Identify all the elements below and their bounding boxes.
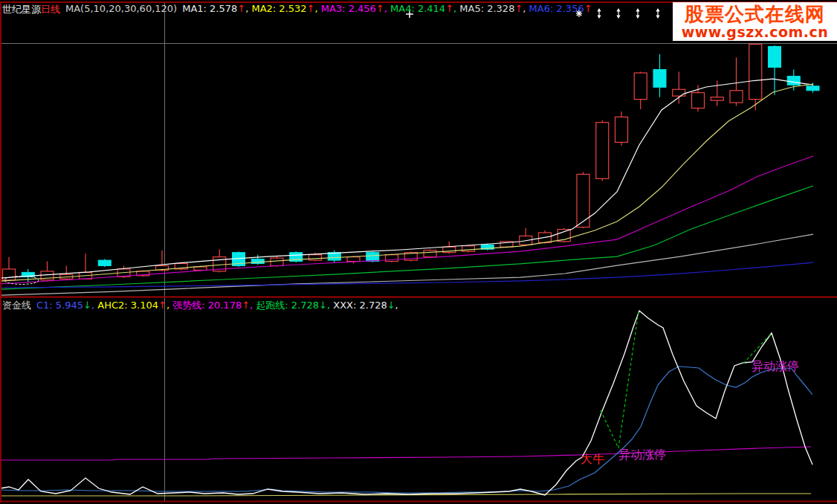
candle-down (769, 46, 781, 67)
blue-fund-line (0, 366, 812, 493)
separator: , (314, 3, 320, 14)
candle-up (692, 93, 705, 109)
candle-down (653, 70, 666, 88)
candle-up (634, 73, 647, 100)
stock-chart-canvas[interactable] (0, 0, 837, 504)
up-arrow-icon: ↑ (376, 3, 384, 14)
updown-marker-icon (656, 8, 659, 19)
candle-up (462, 246, 475, 251)
annotation-yidong-1: 异动涨停 (618, 448, 666, 461)
annotation-daniu: 大牛 (581, 453, 604, 465)
up-arrow-icon: ↑ (237, 3, 245, 14)
indicator-value: MA1: 2.578 (182, 3, 237, 14)
up-arrow-icon: ↑ (514, 3, 523, 14)
candle-up (711, 97, 723, 100)
down-arrow-icon: ↓ (83, 300, 91, 311)
candle-up (596, 123, 609, 179)
green-dashed-guide (601, 410, 618, 448)
candle-up (673, 89, 685, 96)
candle-up (271, 258, 283, 265)
green-dashed-guide (618, 311, 639, 448)
indicator-value: MA6: 2.356 (529, 3, 584, 14)
indicator-value: AHC2: 3.104 (97, 300, 158, 311)
candle-down (98, 260, 111, 265)
candle-up (577, 174, 589, 227)
indicator-value: C1: 5.945 (36, 300, 83, 311)
candle-up (194, 267, 207, 270)
up-arrow-icon: ↑ (445, 3, 453, 14)
candle-up (424, 251, 436, 257)
candlestick-series (3, 44, 820, 282)
ma-line-ma3 (0, 156, 813, 284)
indicator-header: 资金线C1: 5.945↓, AHC2: 3.104↑, 强势线: 20.178… (2, 299, 398, 312)
indicator-value: MA2: 2.532 (251, 3, 306, 14)
ma-values-row: MA1: 2.578↑, MA2: 2.532↑, MA3: 2.456↑, M… (182, 3, 592, 14)
separator: , (327, 300, 333, 311)
annotation-yidong-2: 异动涨停 (752, 360, 799, 372)
candle-up (749, 44, 762, 99)
up-arrow-icon: ↑ (158, 300, 167, 311)
indicator-name[interactable]: 资金线 (2, 300, 31, 311)
indicator-value: MA4: 2.414 (390, 3, 445, 14)
candle-up (347, 257, 360, 262)
separator: , (91, 300, 97, 311)
watermark-url: www.gszx.com.cn (673, 25, 837, 39)
ma-line-ma1 (0, 79, 813, 278)
updown-marker-icon (616, 8, 620, 19)
candle-up (615, 117, 628, 142)
white-main-line (0, 311, 812, 495)
candle-up (3, 269, 16, 280)
down-arrow-icon: ↓ (319, 300, 327, 311)
indicator-value: MA3: 2.456 (321, 3, 376, 14)
down-arrow-icon: ↓ (387, 300, 395, 311)
indicator-values-row: C1: 5.945↓, AHC2: 3.104↑, 强势线: 20.178↑, … (36, 300, 398, 311)
indicator-value: 起跑线: 2.728 (256, 300, 319, 311)
main-chart-header: 世纪星源日线MA(5,10,20,30,60,120)MA1: 2.578↑, … (2, 3, 592, 18)
indicator-value: MA5: 2.328 (459, 3, 514, 14)
ma-line-ma2 (0, 84, 813, 281)
candle-up (309, 255, 322, 260)
indicator-value: 强势线: 20.178 (172, 300, 242, 311)
ma-params-label: MA(5,10,20,30,60,120) (65, 3, 177, 14)
stock-name: 世纪星源 (2, 4, 41, 15)
up-arrow-icon: ↑ (307, 3, 315, 14)
updown-marker-icon (597, 8, 601, 19)
separator: , (523, 3, 529, 14)
indicator-value: XXX: 2.728 (333, 300, 387, 311)
ma-line-ma5 (0, 234, 813, 295)
up-arrow-icon: ↑ (584, 3, 592, 14)
candle-up (730, 91, 743, 103)
candle-down (366, 253, 379, 262)
separator: , (167, 300, 172, 311)
period-label[interactable]: 日线 (41, 4, 60, 15)
separator: , (395, 300, 398, 311)
watermark-title: 股票公式在线网 (673, 4, 837, 25)
candle-down (787, 76, 800, 85)
candle-down (807, 86, 819, 91)
up-arrow-icon: ↑ (242, 300, 250, 311)
app-window: 世纪星源日线MA(5,10,20,30,60,120)MA1: 2.578↑, … (0, 0, 837, 504)
watermark-logo: 股票公式在线网 www.gszx.com.cn (673, 2, 837, 41)
magenta-ref-line (0, 447, 811, 460)
separator: , (384, 3, 390, 14)
updown-marker-icon (636, 8, 639, 19)
